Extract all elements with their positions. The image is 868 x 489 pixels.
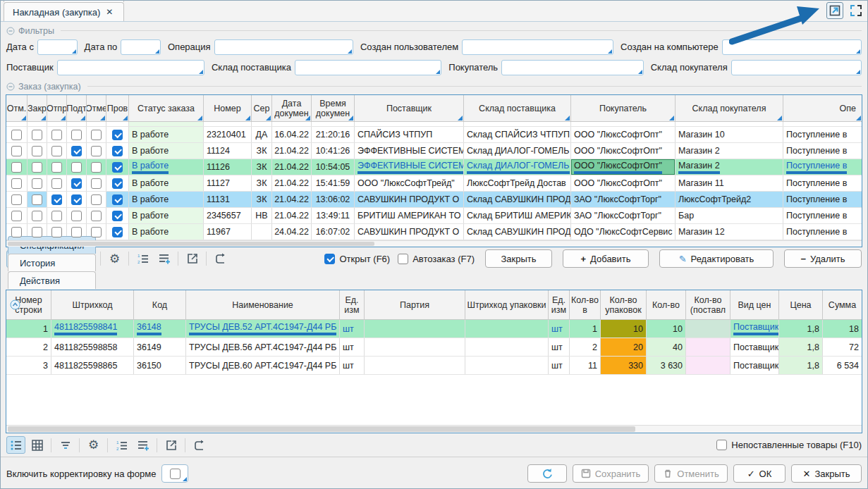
spec-horizontal-scrollbar[interactable] — [6, 425, 862, 433]
status-cell[interactable]: В работе — [129, 175, 204, 191]
checkbox[interactable] — [398, 254, 408, 264]
column-header[interactable]: Номер — [204, 95, 252, 121]
posted-checkbox[interactable] — [112, 211, 123, 221]
operation-cell[interactable]: Поступление в — [783, 143, 862, 159]
refresh-button[interactable] — [211, 250, 230, 268]
column-header[interactable]: Цена — [779, 290, 823, 319]
marked-checkbox[interactable] — [11, 178, 22, 189]
confirmed-checkbox[interactable] — [71, 194, 82, 205]
column-header[interactable]: Закр — [27, 95, 47, 121]
column-header[interactable]: Склад поставщика — [464, 95, 571, 121]
posted-checkbox[interactable] — [112, 194, 123, 205]
number-cell[interactable]: 2345657 — [204, 208, 252, 223]
column-header[interactable]: Опе — [783, 95, 862, 121]
settings-button[interactable]: ⚙ — [105, 250, 124, 268]
undelivered-goods-checkbox[interactable]: Непоставленные товары (F10) — [716, 440, 862, 450]
pack-barcode-cell[interactable] — [465, 338, 549, 356]
cancelled-checkbox[interactable] — [91, 194, 102, 205]
checkbox-cell[interactable] — [27, 143, 47, 159]
column-header[interactable]: Ед. изм — [549, 290, 570, 319]
checkbox-cell[interactable] — [106, 224, 129, 240]
marked-checkbox[interactable] — [11, 162, 22, 173]
supplier-warehouse-cell[interactable]: Склад ДИАЛОГ-ГОМЕЛЬ — [464, 143, 571, 159]
checkbox-cell[interactable] — [27, 159, 47, 175]
posted-checkbox[interactable] — [112, 130, 123, 140]
confirmed-checkbox[interactable] — [71, 146, 82, 156]
time-cell[interactable]: 15:41:59 — [312, 175, 355, 191]
fullscreen-button[interactable] — [848, 2, 864, 19]
number-cell[interactable]: 11967 — [204, 224, 252, 240]
series-cell[interactable]: ЗК — [252, 159, 272, 175]
scrollbar-thumb[interactable] — [8, 242, 374, 246]
supplier-warehouse-cell[interactable]: Склад БРИТИШ АМЕРИК — [464, 208, 571, 223]
line-number-cell[interactable]: 1 — [6, 320, 51, 338]
closed-checkbox[interactable] — [32, 130, 42, 140]
confirmed-checkbox[interactable] — [71, 130, 82, 140]
supplier-warehouse-cell[interactable]: Склад СПАЙСИЗ ЧТПУП — [464, 127, 571, 142]
checkbox-cell[interactable] — [47, 143, 67, 159]
time-cell[interactable]: 13:06:02 — [312, 192, 355, 207]
supplier-cell[interactable]: ЭФФЕКТИВНЫЕ СИСТЕМ — [355, 143, 464, 159]
name-cell[interactable]: ТРУСЫ ДЕВ.56 АРТ.4С1947-Д44 РБ — [186, 338, 340, 356]
column-header[interactable]: Статус заказа — [129, 95, 204, 121]
buyer-warehouse-cell[interactable]: ЛюксСофтТрейд2 — [676, 192, 783, 207]
correction-toggle[interactable] — [161, 464, 188, 483]
confirmed-checkbox[interactable] — [71, 211, 82, 221]
supplier-input[interactable] — [57, 60, 204, 75]
autoorder-checkbox[interactable]: Автозаказ (F7) — [398, 254, 475, 264]
price-type-cell[interactable]: Поставщика — [731, 357, 779, 374]
cancelled-checkbox[interactable] — [91, 211, 102, 221]
buyer-warehouse-cell[interactable]: Магазин 11 — [676, 175, 783, 191]
posted-checkbox[interactable] — [112, 146, 123, 156]
checkbox-cell[interactable] — [27, 192, 47, 207]
checkbox-cell[interactable] — [87, 159, 106, 175]
pack-barcode-cell[interactable] — [465, 357, 549, 374]
collapse-icon[interactable] — [6, 82, 15, 91]
checkbox-cell[interactable] — [106, 143, 129, 159]
closed-checkbox[interactable] — [32, 178, 42, 189]
column-header[interactable]: Поставщик — [355, 95, 464, 121]
barcode-cell[interactable]: 4811825598858 — [51, 338, 134, 356]
date-cell[interactable]: 24.04.22 — [272, 224, 312, 240]
created-on-computer-input[interactable] — [722, 39, 862, 55]
date-cell[interactable]: 21.04.22 — [272, 159, 312, 175]
column-header[interactable]: Штрихкод упаковки — [465, 290, 549, 319]
detail-tab[interactable]: Действия — [8, 271, 96, 289]
column-header[interactable]: Пров — [106, 95, 129, 121]
supplier-cell[interactable]: СПАЙСИЗ ЧТПУП — [355, 127, 464, 142]
sent-checkbox[interactable] — [51, 211, 62, 221]
supplier-cell[interactable]: ЭФФЕКТИВНЫЕ СИСТЕМ — [355, 159, 464, 175]
grid-view-button[interactable] — [27, 436, 47, 454]
name-cell[interactable]: ТРУСЫ ДЕВ.52 АРТ.4С1947-Д44 РБ — [186, 320, 340, 338]
qty-in-pack-cell[interactable]: 2 — [570, 338, 601, 356]
add-button[interactable]: +Добавить — [563, 249, 649, 268]
price-cell[interactable]: 1,8 — [779, 338, 823, 356]
buyer-warehouse-cell[interactable]: Магазин 12 — [676, 224, 783, 240]
checkbox-cell[interactable] — [67, 192, 87, 207]
posted-checkbox[interactable] — [112, 162, 123, 173]
qty-cell[interactable]: 3 630 — [647, 357, 686, 374]
tab-close-icon[interactable]: ✕ — [106, 7, 113, 17]
numbered-list-button[interactable]: 12 — [133, 250, 152, 268]
sent-checkbox[interactable] — [51, 130, 62, 140]
detail-tab[interactable]: История — [8, 254, 96, 271]
unit-cell[interactable]: шт — [340, 357, 365, 374]
confirmed-checkbox[interactable] — [71, 178, 82, 189]
checkbox-cell[interactable] — [6, 208, 27, 223]
open-in-window-button[interactable] — [826, 2, 843, 19]
time-cell[interactable]: 13:49:11 — [312, 208, 355, 223]
cancelled-checkbox[interactable] — [91, 178, 102, 189]
code-cell[interactable]: 36149 — [134, 338, 186, 356]
code-cell[interactable]: 36150 — [134, 357, 186, 374]
series-cell[interactable]: ЗК — [252, 175, 272, 191]
operation-cell[interactable]: Поступление в — [783, 192, 862, 207]
close-order-button[interactable]: Закрыть — [485, 249, 552, 268]
column-header[interactable]: Подт — [67, 95, 87, 121]
scrollbar-thumb[interactable] — [8, 426, 635, 432]
supplier-warehouse-cell[interactable]: Склад САВУШКИН ПРОД — [464, 192, 571, 207]
number-cell[interactable]: 11127 — [204, 175, 252, 191]
checkbox-cell[interactable] — [106, 159, 129, 175]
pack-unit-cell[interactable]: шт — [549, 320, 570, 338]
supplier-cell[interactable]: ООО "ЛюксСофтТрейд" — [355, 175, 464, 191]
status-cell[interactable]: В работе — [129, 159, 204, 175]
